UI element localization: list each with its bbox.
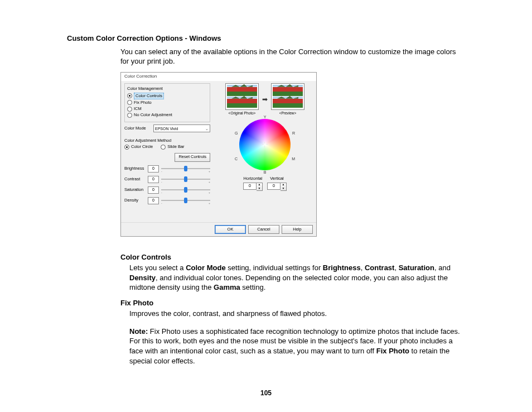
label-adjust-method: Color Adjustment Method — [124, 138, 210, 143]
radio-slide-bar[interactable]: Slide Bar — [161, 144, 184, 150]
subhead-fix-photo: Fix Photo — [120, 298, 465, 308]
desc-fix-photo: Improves the color, contrast, and sharpn… — [129, 309, 465, 319]
preview-result: <Preview> — [271, 83, 304, 116]
desc-color-controls: Lets you select a Color Mode setting, in… — [129, 263, 465, 293]
ok-button[interactable]: OK — [215, 225, 246, 234]
slider-contrast[interactable]: Contrast 0 -+ — [124, 176, 210, 183]
dropdown-color-mode[interactable]: EPSON Vivid ⌄ — [153, 124, 210, 132]
spinner-vertical[interactable]: 0 ▲▼ — [267, 183, 287, 191]
reset-controls-button[interactable]: Reset Controls — [175, 153, 210, 162]
radio-fix-photo[interactable]: Fix Photo — [127, 100, 207, 106]
section-heading: Custom Color Correction Options - Window… — [67, 33, 465, 44]
chevron-down-icon: ⌄ — [205, 126, 209, 131]
note-fix-photo: Note: Fix Photo uses a sophisticated fac… — [129, 327, 465, 366]
spinner-horizontal[interactable]: 0 ▲▼ — [243, 183, 263, 191]
slider-brightness[interactable]: Brightness 0 -+ — [124, 165, 210, 173]
row-color-mode: Color Mode EPSON Vivid ⌄ — [124, 124, 210, 132]
group-label: Color Management — [127, 86, 207, 92]
subhead-color-controls: Color Controls — [120, 252, 465, 262]
radio-icm[interactable]: ICM — [127, 106, 207, 112]
intro-paragraph: You can select any of the available opti… — [120, 47, 465, 66]
help-button[interactable]: Help — [282, 225, 313, 234]
label-horizontal: Horizontal — [244, 176, 263, 181]
cancel-button[interactable]: Cancel — [248, 225, 279, 234]
radio-color-circle[interactable]: Color Circle — [124, 144, 153, 150]
group-color-management: Color Management Color Controls Fix Phot… — [124, 83, 210, 123]
radio-color-controls[interactable]: Color Controls — [127, 93, 207, 99]
radio-no-adjust[interactable]: No Color Adjustment — [127, 112, 207, 118]
slider-density[interactable]: Density 0 -+ — [124, 197, 210, 204]
page-number: 105 — [0, 389, 532, 397]
slider-saturation[interactable]: Saturation 0 -+ — [124, 186, 210, 194]
preview-original: <Original Photo> — [225, 83, 259, 116]
screenshot-color-correction: Color Correction Color Management Color … — [120, 72, 317, 237]
label-color-mode: Color Mode — [124, 126, 151, 131]
color-wheel[interactable]: Y G R C M B — [239, 119, 291, 170]
arrow-right-icon: ➡ — [262, 95, 268, 104]
label-vertical: Vertical — [270, 176, 284, 181]
